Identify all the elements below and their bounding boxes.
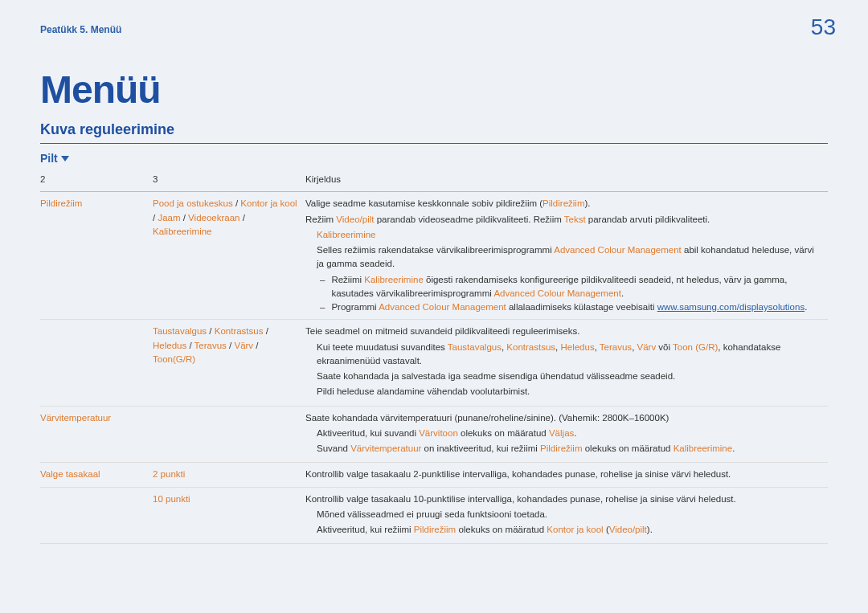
txt: parandab arvuti pildikvaliteeti.: [586, 215, 710, 224]
th-col1: 2: [40, 170, 153, 192]
page-subtitle: Kuva reguleerimine: [40, 121, 828, 138]
setting-options: Taustavalgus / Kontrastsus / Heledus / T…: [153, 320, 305, 406]
txt: Kui teete muudatusi suvandites: [317, 342, 448, 352]
sep: /: [233, 198, 241, 208]
url-link[interactable]: www.samsung.com/displaysolutions: [657, 302, 805, 312]
table-row: Taustavalgus / Kontrastsus / Heledus / T…: [40, 320, 828, 406]
txt: Pildirežiim: [542, 198, 584, 208]
txt: Kalibreerimine: [364, 275, 424, 284]
setting-description: Valige seadme kasutamise keskkonnale sob…: [305, 192, 828, 320]
setting-name: Pildirežiim: [40, 192, 153, 320]
opt: Jaam: [158, 213, 180, 223]
txt: .: [574, 428, 576, 438]
txt: Kontor ja kool: [547, 525, 603, 534]
txt: .: [805, 302, 807, 312]
opt: Värv: [234, 341, 253, 350]
txt: Saate kohandada ja salvestada iga seadme…: [305, 370, 823, 383]
txt: olekuks on määratud: [582, 443, 673, 453]
txt: parandab videoseadme pildikvaliteeti. Re…: [374, 215, 563, 224]
dash-icon: –: [320, 273, 325, 301]
txt: olekuks on määratud: [456, 525, 547, 534]
txt: Heledus: [560, 342, 594, 352]
txt: Kontrastsus: [506, 342, 555, 352]
txt: Kalibreerimine: [305, 228, 823, 242]
settings-table: 2 3 Kirjeldus Pildirežiim Pood ja ostuke…: [40, 170, 828, 544]
opt: Toon(G/R): [153, 354, 195, 364]
txt: Advanced Colour Management: [493, 288, 621, 298]
opt: Teravus: [194, 341, 227, 350]
txt: Värv: [637, 342, 657, 352]
txt: allalaadimiseks külastage veebisaiti: [506, 302, 657, 312]
opt: Pood ja ostukeskus: [153, 198, 233, 208]
txt: Tekst: [564, 215, 586, 224]
txt: ).: [647, 525, 653, 534]
table-row: Pildirežiim Pood ja ostukeskus / Kontor …: [40, 192, 828, 320]
divider: [40, 143, 828, 144]
th-col2: 3: [153, 170, 305, 192]
txt: Advanced Colour Management: [554, 245, 682, 255]
txt: Kalibreerimine: [674, 443, 733, 453]
txt: Aktiveeritud, kui suvandi: [317, 428, 419, 438]
setting-options: 10 punkti: [153, 487, 305, 544]
sep: /: [181, 213, 189, 223]
sep: /: [240, 213, 244, 223]
txt: Värvitoon: [419, 428, 458, 438]
setting-options: Pood ja ostukeskus / Kontor ja kool / Ja…: [153, 192, 305, 320]
chevron-down-icon: [61, 156, 69, 161]
txt: Toon (G/R): [673, 342, 718, 352]
txt: .: [621, 288, 624, 298]
txt: Pildirežiim: [414, 525, 456, 534]
th-col3: Kirjeldus: [305, 170, 828, 192]
table-row: 10 punkti Kontrollib valge tasakaalu 10-…: [40, 487, 828, 544]
txt: Kontrollib valge tasakaalu 10-punktilise…: [305, 492, 823, 506]
txt: Režiim: [305, 215, 336, 224]
txt: olekuks on määratud: [458, 428, 549, 438]
txt: Saate kohandada värvitemperatuuri (punan…: [305, 411, 823, 425]
setting-description: Teie seadmel on mitmeid suvandeid pildik…: [305, 320, 828, 406]
txt: Pildirežiim: [540, 443, 582, 453]
txt: on inaktiveeritud, kui režiimi: [421, 443, 540, 453]
sep: /: [253, 341, 258, 350]
txt: Selles režiimis rakendatakse värvikalibr…: [317, 245, 554, 255]
page-number: 53: [811, 14, 836, 40]
setting-name: Valge tasakaal: [40, 463, 153, 487]
txt: Väljas: [549, 428, 574, 438]
sep: /: [263, 326, 268, 336]
txt: .: [732, 443, 735, 453]
opt: Kontrastsus: [215, 326, 264, 336]
opt: Heledus: [153, 341, 186, 350]
txt: Video/pilt: [609, 525, 647, 534]
txt: Advanced Colour Management: [379, 302, 506, 312]
table-row: Valge tasakaal 2 punkti Kontrollib valge…: [40, 463, 828, 487]
txt: Mõned välisseadmed ei pruugi seda funkts…: [305, 508, 823, 521]
txt: või: [656, 342, 673, 352]
txt: Video/pilt: [336, 215, 374, 224]
txt: ).: [585, 198, 591, 208]
txt: Valige seadme kasutamise keskkonnale sob…: [305, 198, 542, 208]
opt: Taustavalgus: [153, 326, 207, 336]
section-tab-label: Pilt: [40, 152, 58, 165]
txt: (: [604, 525, 609, 534]
setting-options: 2 punkti: [153, 463, 305, 487]
table-row: Värvitemperatuur Saate kohandada värvite…: [40, 406, 828, 463]
dash-icon: –: [320, 300, 325, 314]
setting-name: Värvitemperatuur: [40, 406, 153, 463]
opt: Kontor ja kool: [240, 198, 297, 208]
opt: Kalibreerimine: [153, 227, 212, 236]
txt: Suvand: [317, 443, 350, 453]
txt: Pildi heleduse alandamine vähendab voolu…: [305, 385, 823, 398]
setting-description: Saate kohandada värvitemperatuuri (punan…: [305, 406, 828, 463]
txt: Režiimi: [331, 275, 364, 284]
txt: Taustavalgus: [448, 342, 502, 352]
txt: Teie seadmel on mitmeid suvandeid pildik…: [305, 325, 823, 338]
txt: Värvitemperatuur: [350, 443, 421, 453]
page-title: Menüü: [40, 67, 828, 112]
txt: Teravus: [600, 342, 632, 352]
opt: Videoekraan: [188, 213, 240, 223]
setting-description: Kontrollib valge tasakaalu 2-punktilise …: [305, 463, 828, 487]
sep: /: [186, 341, 194, 350]
txt: Programmi: [331, 302, 379, 312]
sep: /: [207, 326, 215, 336]
setting-description: Kontrollib valge tasakaalu 10-punktilise…: [305, 487, 828, 544]
txt: Aktiveeritud, kui režiimi: [317, 525, 414, 534]
